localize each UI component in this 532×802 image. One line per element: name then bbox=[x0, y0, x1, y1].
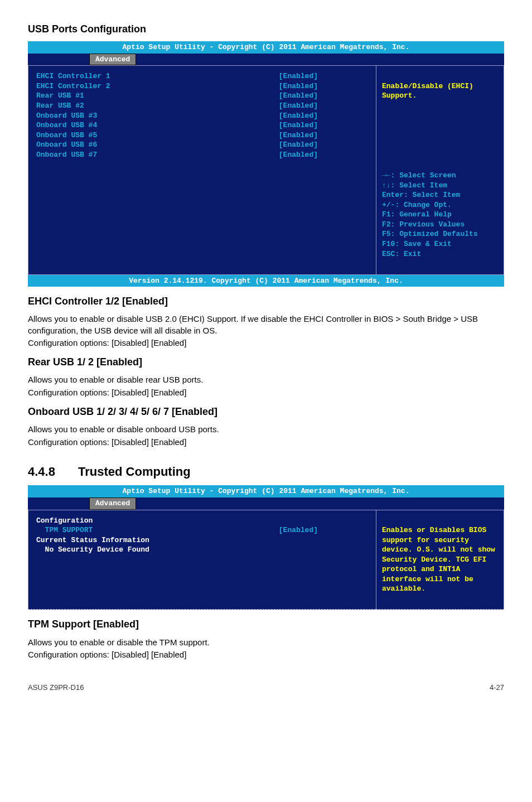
bios-row-value: [Enabled] bbox=[279, 131, 368, 141]
bios-row: Rear USB #1[Enabled] bbox=[36, 91, 368, 101]
topic-number: 4.4.8 bbox=[28, 463, 78, 480]
bios-header: Aptio Setup Utility - Copyright (C) 2011… bbox=[28, 41, 504, 54]
bios-row: Rear USB #2[Enabled] bbox=[36, 101, 368, 111]
bios-help-text: Enable/Disable (EHCI) Support. bbox=[382, 81, 498, 101]
paragraph: Configuration options: [Disabled] [Enabl… bbox=[28, 437, 504, 448]
bios-row-value bbox=[318, 545, 368, 555]
bios-row-value: [Enabled] bbox=[279, 111, 368, 121]
bios-nav-help: →←: Select Screen ↑↓: Select Item Enter:… bbox=[382, 171, 498, 259]
bios-tab-advanced: Advanced bbox=[89, 54, 136, 66]
section-title-usb: USB Ports Configuration bbox=[28, 22, 504, 36]
bios-row: No Security Device Found bbox=[36, 545, 368, 555]
bios-row-label: EHCI Controller 1 bbox=[36, 71, 110, 81]
paragraph: Allows you to enable or disable the TPM … bbox=[28, 637, 504, 648]
bios-left-pane: EHCI Controller 1[Enabled] EHCI Controll… bbox=[28, 65, 376, 274]
bios-row: EHCI Controller 1[Enabled] bbox=[36, 71, 368, 81]
bios-right-pane: Enable/Disable (EHCI) Support. →←: Selec… bbox=[376, 65, 504, 274]
bios-row: Onboard USB #4[Enabled] bbox=[36, 120, 368, 131]
bios-row-value: [Enabled] bbox=[279, 101, 368, 111]
bios-row-label: Current Status Information bbox=[36, 535, 149, 545]
bios-row: Current Status Information bbox=[36, 535, 368, 545]
paragraph: Allows you to enable or disable rear USB… bbox=[28, 374, 504, 385]
bios-row: TPM SUPPORT[Enabled] bbox=[36, 525, 368, 535]
bios-row-label: TPM SUPPORT bbox=[36, 525, 93, 535]
bios-row: Onboard USB #7[Enabled] bbox=[36, 150, 368, 160]
bios-header: Aptio Setup Utility - Copyright (C) 2011… bbox=[28, 485, 504, 497]
bios-help-text: Enables or Disables BIOS support for sec… bbox=[382, 525, 498, 594]
bios-row-value: [Enabled] bbox=[279, 150, 368, 160]
bios-row-value: [Enabled] bbox=[279, 525, 368, 535]
bios-row-label: Onboard USB #5 bbox=[36, 131, 97, 141]
paragraph: Allows you to enable or disable USB 2.0 … bbox=[28, 313, 504, 336]
bios-row-value: [Enabled] bbox=[279, 91, 368, 101]
heading-ehci: EHCI Controller 1/2 [Enabled] bbox=[28, 294, 504, 308]
bios-footer: Version 2.14.1219. Copyright (C) 2011 Am… bbox=[28, 275, 504, 287]
bios-row-label: Onboard USB #4 bbox=[36, 120, 97, 131]
paragraph: Configuration options: [Disabled] [Enabl… bbox=[28, 337, 504, 349]
bios-row-label: EHCI Controller 2 bbox=[36, 81, 110, 91]
bios-right-pane: Enables or Disables BIOS support for sec… bbox=[376, 510, 504, 610]
paragraph: Configuration options: [Disabled] [Enabl… bbox=[28, 649, 504, 660]
bios-row-value: [Enabled] bbox=[279, 120, 368, 131]
topic-title: Trusted Computing bbox=[78, 465, 191, 479]
bios-row-value bbox=[318, 535, 368, 545]
bios-row-value: [Enabled] bbox=[279, 71, 368, 81]
bios-row: EHCI Controller 2[Enabled] bbox=[36, 81, 368, 91]
paragraph: Allows you to enable or disable onboard … bbox=[28, 424, 504, 435]
bios-row-label: Onboard USB #7 bbox=[36, 150, 97, 160]
bios-row: Configuration bbox=[36, 516, 368, 526]
page-footer: ASUS Z9PR-D16 4-27 bbox=[28, 683, 504, 693]
bios-row: Onboard USB #6[Enabled] bbox=[36, 140, 368, 150]
bios-row: Onboard USB #5[Enabled] bbox=[36, 131, 368, 141]
bios-row-value bbox=[318, 516, 368, 526]
bios-row-label: Configuration bbox=[36, 516, 93, 526]
bios-row-value: [Enabled] bbox=[279, 140, 368, 150]
paragraph: Configuration options: [Disabled] [Enabl… bbox=[28, 387, 504, 398]
bios-row-label: Rear USB #2 bbox=[36, 101, 84, 111]
heading-onboard-usb: Onboard USB 1/ 2/ 3/ 4/ 5/ 6/ 7 [Enabled… bbox=[28, 405, 504, 418]
bios-left-pane: Configuration TPM SUPPORT[Enabled] Curre… bbox=[28, 510, 376, 610]
bios-row-value: [Enabled] bbox=[279, 81, 368, 91]
heading-tpm: TPM Support [Enabled] bbox=[28, 617, 504, 631]
bios-row: Onboard USB #3[Enabled] bbox=[36, 111, 368, 121]
bios-tab-advanced: Advanced bbox=[89, 497, 136, 510]
bios-tab-bar: Advanced bbox=[28, 54, 504, 66]
bios-screenshot-trusted: Aptio Setup Utility - Copyright (C) 2011… bbox=[28, 485, 504, 610]
topic-heading-trusted: 4.4.8Trusted Computing bbox=[28, 463, 504, 480]
bios-screenshot-usb: Aptio Setup Utility - Copyright (C) 2011… bbox=[28, 41, 504, 287]
footer-page-number: 4-27 bbox=[490, 683, 504, 693]
footer-model: ASUS Z9PR-D16 bbox=[28, 683, 84, 693]
bios-row-label: Rear USB #1 bbox=[36, 91, 84, 101]
heading-rear-usb: Rear USB 1/ 2 [Enabled] bbox=[28, 355, 504, 369]
bios-row-label: Onboard USB #6 bbox=[36, 140, 97, 150]
bios-tab-bar: Advanced bbox=[28, 497, 504, 510]
bios-row-label: No Security Device Found bbox=[36, 545, 149, 555]
bios-row-label: Onboard USB #3 bbox=[36, 111, 97, 121]
